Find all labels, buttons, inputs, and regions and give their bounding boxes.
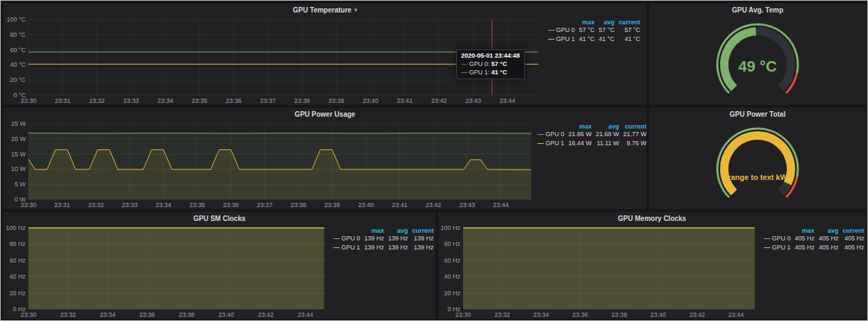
panel-title-gpu-power-usage[interactable]: GPU Power Usage [3, 108, 646, 120]
legend-header: avg [596, 19, 617, 26]
panel-title-text: GPU Avg. Temp [732, 6, 783, 14]
legend-value: 41 °C [596, 35, 617, 44]
series-dash-icon: — [461, 69, 467, 76]
legend-series-gpu-0[interactable]: — GPU 0 [535, 130, 567, 139]
svg-text:20 Hz: 20 Hz [9, 290, 26, 297]
power-plot: 25 W20 W15 W10 W5 W0 W23:3023:3123:3223:… [3, 120, 535, 209]
legend-value: 41 °C [577, 35, 597, 44]
svg-text:23:38: 23:38 [611, 311, 627, 318]
svg-text:23:42: 23:42 [431, 97, 447, 104]
svg-text:20 W: 20 W [11, 135, 26, 142]
svg-text:23:44: 23:44 [499, 97, 515, 104]
legend-series-gpu-1[interactable]: — GPU 1 [546, 35, 577, 44]
panel-title-gpu-memory-clocks[interactable]: GPU Memory Clocks [438, 212, 866, 224]
series-dash-icon: — [764, 235, 770, 242]
legend-header: max [567, 123, 594, 130]
legend-value: 21.86 W [567, 130, 594, 139]
legend-value: 405 Hz [841, 234, 867, 243]
legend-value: 139 Hz [386, 234, 410, 243]
svg-text:23:37: 23:37 [257, 201, 273, 208]
legend-row: — GPU 1139 Hz139 Hz139 Hz [331, 243, 436, 252]
svg-text:23:40: 23:40 [358, 201, 374, 208]
legend-series-gpu-1[interactable]: — GPU 1 [331, 243, 362, 252]
chevron-down-icon[interactable]: ▾ [354, 7, 357, 13]
legend-value: 139 Hz [362, 234, 387, 243]
panel-gpu-power-total: GPU Power Total range to text kW [649, 108, 866, 209]
svg-text:23:34: 23:34 [100, 311, 116, 318]
temperature-chart[interactable]: 2020-05-01 23:44:48 — GPU 0: 57 °C — GPU… [3, 16, 542, 105]
svg-text:23:34: 23:34 [158, 97, 174, 104]
power_total-gauge-drawing [649, 120, 866, 209]
series-dash-icon: — [537, 131, 544, 138]
memory_clocks-plot: 100 Hz80 Hz60 Hz40 Hz20 Hz0 Hz23:3023:32… [438, 224, 762, 319]
temperature-legend: maxavgcurrent— GPU 057 °C57 °C57 °C— GPU… [542, 16, 646, 105]
svg-text:23:34: 23:34 [533, 311, 549, 318]
legend-value: 139 Hz [362, 243, 387, 252]
svg-text:23:35: 23:35 [190, 201, 206, 208]
svg-text:23:40: 23:40 [362, 97, 378, 104]
panel-title-gpu-temperature[interactable]: GPU Temperature ▾ [3, 3, 646, 16]
legend-value: 57 °C [596, 26, 617, 35]
tooltip-series-value: 41 °C [492, 69, 508, 76]
legend-header: current [410, 227, 436, 234]
panel-gpu-avg-temp: GPU Avg. Temp 49 °C [649, 3, 866, 105]
legend-series-gpu-1[interactable]: — GPU 1 [535, 139, 567, 148]
tooltip-series-name: GPU 1: [469, 69, 490, 76]
legend-series-gpu-0[interactable]: — GPU 0 [546, 26, 577, 35]
legend-row: — GPU 0139 Hz139 Hz139 Hz [331, 234, 436, 243]
avg-temp-value: 49 °C [649, 58, 866, 76]
svg-text:23:32: 23:32 [88, 201, 104, 208]
tooltip-row: — GPU 0: 57 °C [461, 60, 520, 68]
chart-tooltip: 2020-05-01 23:44:48 — GPU 0: 57 °C — GPU… [456, 49, 525, 79]
power-total-gauge: range to text kW [649, 120, 866, 209]
panel-title-text: GPU Temperature [293, 6, 351, 14]
panel-title-gpu-sm-clocks[interactable]: GPU SM Clocks [3, 212, 435, 224]
svg-text:23:38: 23:38 [290, 201, 306, 208]
svg-text:23:31: 23:31 [55, 97, 71, 104]
power-legend: maxavgcurrent— GPU 021.86 W21.68 W21.77 … [535, 120, 646, 209]
tooltip-row: — GPU 1: 41 °C [461, 68, 520, 76]
svg-text:23:39: 23:39 [324, 201, 340, 208]
legend-header: current [841, 227, 867, 234]
memory-clocks-chart[interactable]: 100 Hz80 Hz60 Hz40 Hz20 Hz0 Hz23:3023:32… [438, 224, 762, 319]
legend-series-gpu-0[interactable]: — GPU 0 [331, 234, 362, 243]
legend-series-gpu-0[interactable]: — GPU 0 [762, 234, 793, 243]
svg-text:23:32: 23:32 [89, 97, 105, 104]
svg-text:23:32: 23:32 [494, 311, 510, 318]
legend-value: 21.77 W [621, 130, 649, 139]
legend-value: 41 °C [617, 35, 642, 44]
svg-text:23:31: 23:31 [54, 201, 70, 208]
svg-text:23:35: 23:35 [192, 97, 208, 104]
legend-series-gpu-1[interactable]: — GPU 1 [762, 243, 793, 252]
panel-title-text: GPU SM Clocks [193, 215, 245, 222]
svg-text:23:36: 23:36 [572, 311, 588, 318]
series-dash-icon: — [764, 244, 770, 251]
power-chart[interactable]: 25 W20 W15 W10 W5 W0 W23:3023:3123:3223:… [3, 120, 535, 209]
svg-text:100 °C: 100 °C [6, 16, 26, 23]
legend-value: 9.76 W [621, 139, 649, 148]
sm_clocks-plot: 100 Hz80 Hz60 Hz40 Hz20 Hz0 Hz23:3023:32… [3, 224, 331, 319]
svg-text:5 W: 5 W [15, 181, 26, 188]
panel-title-gpu-avg-temp[interactable]: GPU Avg. Temp [649, 3, 866, 16]
series-dash-icon: — [548, 35, 554, 42]
memory-clocks-legend: maxavgcurrent— GPU 0405 Hz405 Hz405 Hz— … [762, 224, 866, 319]
svg-text:23:40: 23:40 [651, 311, 667, 318]
tooltip-series-name: GPU 0: [469, 60, 490, 67]
svg-text:23:36: 23:36 [223, 201, 239, 208]
svg-text:40 Hz: 40 Hz [444, 273, 460, 280]
panel-title-gpu-power-total[interactable]: GPU Power Total [649, 108, 866, 120]
svg-text:80 °C: 80 °C [10, 31, 26, 38]
svg-text:10 W: 10 W [11, 165, 26, 172]
grafana-dashboard: GPU Temperature ▾ 2020-05-01 23:44:48 — … [0, 0, 868, 321]
legend-header: avg [594, 123, 621, 130]
legend-value: 139 Hz [410, 234, 436, 243]
svg-text:23:37: 23:37 [260, 97, 276, 104]
legend-row: — GPU 0405 Hz405 Hz405 Hz [762, 234, 867, 243]
svg-text:20 Hz: 20 Hz [444, 290, 460, 297]
svg-text:23:44: 23:44 [728, 311, 744, 318]
svg-text:23:43: 23:43 [459, 201, 475, 208]
svg-text:23:38: 23:38 [179, 311, 195, 318]
panel-gpu-temperature: GPU Temperature ▾ 2020-05-01 23:44:48 — … [3, 3, 646, 105]
tooltip-time: 2020-05-01 23:44:48 [461, 52, 520, 59]
sm-clocks-chart[interactable]: 100 Hz80 Hz60 Hz40 Hz20 Hz0 Hz23:3023:32… [3, 224, 331, 319]
